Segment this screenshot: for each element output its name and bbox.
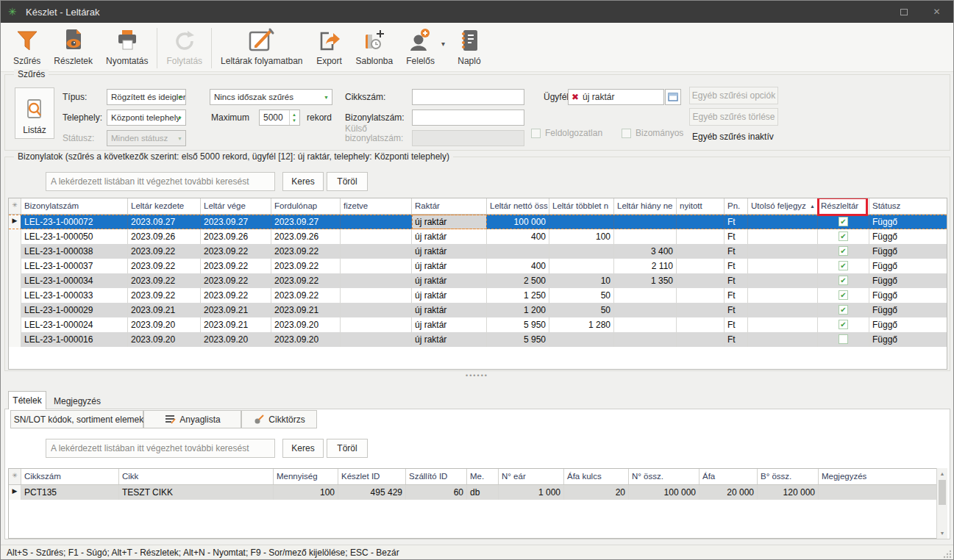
resize-grip-icon[interactable] — [943, 550, 952, 559]
cell[interactable]: 2023.09.20 — [271, 317, 341, 332]
cell[interactable] — [341, 244, 412, 259]
cell[interactable]: 2023.09.21 — [201, 317, 271, 332]
toolbar-continue-button[interactable]: Folytatás — [160, 26, 209, 67]
column-header-9[interactable]: N° össz. — [629, 469, 700, 484]
cell[interactable]: 2023.09.20 — [128, 317, 201, 332]
column-header-4[interactable]: Fordulónap — [271, 198, 341, 214]
documents-table[interactable]: ✳BizonylatszámLeltár kezdeteLeltár végeF… — [8, 198, 947, 370]
cell[interactable]: db — [467, 485, 499, 500]
cell[interactable]: 1 280 — [549, 317, 614, 332]
row-selector[interactable] — [9, 273, 21, 288]
cell[interactable]: 2023.09.21 — [271, 303, 341, 317]
clear-client-icon[interactable]: ✖ — [572, 92, 579, 102]
scroll-down-icon[interactable]: ▼ — [937, 528, 947, 539]
cell[interactable]: 60 — [406, 485, 467, 500]
toolbar-log-button[interactable]: Napló — [449, 26, 489, 67]
table-row[interactable]: LEL-23-1-0000162023.09.202023.09.202023.… — [9, 332, 947, 347]
cell[interactable] — [341, 317, 412, 332]
cell[interactable] — [677, 303, 725, 317]
cell[interactable]: új raktár — [412, 273, 487, 288]
snlot-button[interactable]: SNLOT SN/LOT kódok, sortiment elemek — [10, 410, 143, 428]
column-header-7[interactable]: N° eár — [499, 469, 564, 484]
column-header-2[interactable]: Leltár kezdete — [128, 198, 201, 214]
cell[interactable]: új raktár — [412, 244, 487, 259]
cell[interactable] — [614, 215, 677, 229]
cell[interactable]: 2023.09.22 — [201, 288, 271, 303]
checkbox-cell[interactable]: ✔ — [818, 244, 869, 259]
cell[interactable] — [341, 259, 412, 273]
checkbox-cell[interactable]: ✔ — [818, 273, 869, 288]
cell[interactable]: 1 000 — [499, 485, 564, 500]
details-clear-button[interactable]: Töröl — [327, 439, 368, 458]
cell[interactable]: LEL-23-1-000029 — [21, 303, 128, 317]
cell[interactable] — [549, 332, 614, 347]
item-number-field[interactable] — [412, 89, 524, 105]
table-row[interactable]: LEL-23-1-0000502023.09.262023.09.262023.… — [9, 229, 947, 244]
cell[interactable]: 2023.09.21 — [128, 303, 201, 317]
period-filter-select[interactable]: Nincs időszak szűrés ▼ — [210, 89, 332, 105]
row-selector[interactable]: ▶ — [9, 215, 21, 229]
cell[interactable]: 2023.09.27 — [271, 215, 341, 229]
reszleltar-checkbox[interactable]: ✔ — [839, 305, 848, 315]
client-field[interactable]: ✖ új raktár — [568, 89, 664, 105]
cell[interactable]: 400 — [487, 229, 549, 244]
cell[interactable] — [748, 244, 818, 259]
cell[interactable]: 495 429 — [338, 485, 406, 500]
cell[interactable]: 2023.09.22 — [128, 259, 201, 273]
cell[interactable]: 100 — [274, 485, 338, 500]
cell[interactable] — [341, 303, 412, 317]
cell[interactable] — [677, 317, 725, 332]
cell[interactable]: LEL-23-1-000072 — [21, 215, 128, 229]
column-header-8[interactable]: Áfa kulcs — [564, 469, 629, 484]
row-selector[interactable] — [9, 288, 21, 303]
cell[interactable] — [677, 229, 725, 244]
toolbar-print-button[interactable]: Nyomtatás — [99, 26, 154, 67]
client-picker-button[interactable] — [665, 89, 681, 105]
cell[interactable] — [819, 485, 937, 500]
checkbox-cell[interactable]: ✔ — [818, 288, 869, 303]
cell[interactable]: 100 000 — [487, 215, 549, 229]
cell[interactable]: Függő — [869, 303, 947, 317]
cell[interactable]: 2 110 — [614, 259, 677, 273]
column-header-11[interactable]: Pn. — [725, 198, 748, 214]
cell[interactable] — [341, 215, 412, 229]
column-header-12[interactable]: Megjegyzés — [819, 469, 937, 484]
cell[interactable]: 50 — [549, 303, 614, 317]
checkbox-cell[interactable]: ✔ — [818, 229, 869, 244]
document-number-field[interactable] — [412, 110, 524, 126]
cell[interactable] — [614, 303, 677, 317]
table-row[interactable]: LEL-23-1-0000332023.09.222023.09.222023.… — [9, 288, 947, 303]
cell[interactable]: 20 — [564, 485, 629, 500]
cell[interactable]: 1 350 — [614, 273, 677, 288]
cell[interactable]: Függő — [869, 229, 947, 244]
horizontal-splitter[interactable]: •••••• — [1, 371, 953, 379]
cell[interactable]: új raktár — [412, 259, 487, 273]
cell[interactable] — [748, 332, 818, 347]
spin-down-icon[interactable]: ▼ — [292, 118, 296, 123]
cell[interactable] — [677, 215, 725, 229]
row-selector[interactable] — [9, 317, 21, 332]
cell[interactable]: 2023.09.20 — [201, 332, 271, 347]
cell[interactable]: Ft — [725, 303, 748, 317]
cell[interactable]: új raktár — [412, 303, 487, 317]
documents-clear-button[interactable]: Töröl — [327, 172, 368, 191]
cell[interactable]: 2023.09.22 — [201, 273, 271, 288]
column-header-12[interactable]: Utolsó feljegyz▲ — [748, 198, 818, 214]
cell[interactable]: 2 500 — [487, 273, 549, 288]
cell[interactable]: 2023.09.21 — [201, 303, 271, 317]
cell[interactable]: LEL-23-1-000037 — [21, 259, 128, 273]
toolbar-inventories-in-progress-button[interactable]: Leltárak folyamatban — [214, 26, 309, 67]
cell[interactable]: LEL-23-1-000024 — [21, 317, 128, 332]
cell[interactable]: 2023.09.22 — [128, 273, 201, 288]
cell[interactable]: 100 000 — [629, 485, 700, 500]
cell[interactable]: 2023.09.20 — [271, 332, 341, 347]
cell[interactable]: 2023.09.26 — [201, 229, 271, 244]
row-selector[interactable] — [9, 303, 21, 317]
row-selector[interactable] — [9, 244, 21, 259]
item-master-button[interactable]: Cikktörzs — [241, 410, 317, 428]
cell[interactable]: LEL-23-1-000033 — [21, 288, 128, 303]
maximize-button[interactable] — [887, 1, 920, 23]
cell[interactable]: LEL-23-1-000050 — [21, 229, 128, 244]
cell[interactable]: 5 950 — [487, 332, 549, 347]
clear-other-filter-button[interactable]: Egyéb szűrés törlése — [689, 108, 778, 126]
